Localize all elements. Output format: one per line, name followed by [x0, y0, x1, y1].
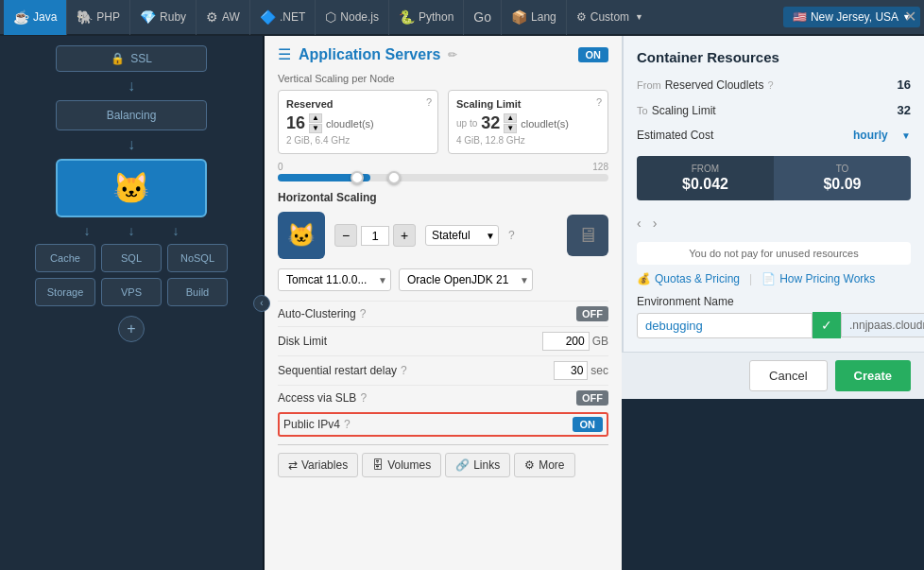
stateful-select-wrap[interactable]: Stateful Stateless ▼: [425, 225, 499, 246]
container-resources-title: Container Resources: [637, 49, 911, 65]
lang-icon: 📦: [511, 9, 527, 25]
res-slider-prev-icon[interactable]: ‹: [637, 216, 642, 231]
variables-icon: ⇄: [288, 458, 298, 472]
custom-icon: ⚙: [576, 10, 587, 24]
tomcat-box[interactable]: 🐱: [56, 159, 207, 217]
scaling-down-btn[interactable]: ▼: [504, 124, 517, 133]
count-input[interactable]: [361, 226, 389, 246]
tab-aw[interactable]: ⚙ AW: [197, 0, 250, 35]
cache-label: Cache: [50, 252, 80, 264]
price-to: TO $0.09: [774, 156, 911, 200]
env-name-input[interactable]: [637, 313, 813, 338]
disk-limit-label: Disk Limit: [278, 335, 327, 348]
build-node[interactable]: Build: [167, 278, 228, 306]
reserved-down-btn[interactable]: ▼: [309, 124, 322, 133]
volumes-button[interactable]: 🗄 Volumes: [362, 453, 441, 477]
disk-limit-input[interactable]: [542, 332, 590, 351]
sql-node[interactable]: SQL: [101, 244, 162, 272]
seq-restart-help-icon[interactable]: ?: [401, 364, 407, 377]
stateful-select[interactable]: Stateful Stateless: [425, 225, 499, 246]
balancing-label: Balancing: [107, 109, 157, 122]
tab-lang[interactable]: 📦 Lang: [502, 0, 567, 35]
seq-unit-label: sec: [590, 364, 608, 377]
arrow-down-2: ↓: [9, 136, 253, 153]
public-ipv4-help-icon[interactable]: ?: [344, 418, 351, 431]
main-toggle[interactable]: ON: [578, 47, 609, 62]
res-slider-next-icon[interactable]: ›: [653, 216, 658, 231]
scaling-label: Vertical Scaling per Node: [278, 73, 608, 84]
storage-node[interactable]: Storage: [35, 278, 95, 306]
storage-label: Storage: [47, 286, 84, 298]
more-button[interactable]: ⚙ More: [514, 453, 574, 477]
tab-go[interactable]: Go: [464, 0, 502, 35]
auto-clustering-label: Auto-Clustering: [278, 307, 356, 320]
nosql-node[interactable]: NoSQL: [167, 244, 228, 272]
close-icon[interactable]: ✕: [904, 8, 916, 26]
tab-java[interactable]: ☕ Java: [4, 0, 67, 35]
expand-arrow[interactable]: ‹: [253, 295, 270, 312]
scaling-limit-unit: cloudlet(s): [521, 118, 569, 130]
tab-nodejs[interactable]: ⬡ Node.js: [316, 0, 389, 35]
scaling-limit-value: 32: [481, 113, 500, 133]
cache-node[interactable]: Cache: [35, 244, 95, 272]
variables-label: Variables: [301, 458, 348, 472]
reserved-help-icon[interactable]: ?: [426, 96, 432, 108]
jdk-select-wrap[interactable]: Oracle OpenJDK 21 ▼: [399, 268, 533, 291]
variables-button[interactable]: ⇄ Variables: [278, 453, 358, 477]
slider-max: 128: [592, 162, 608, 172]
stateful-help-icon[interactable]: ?: [508, 229, 515, 242]
scaling-up-btn[interactable]: ▲: [504, 113, 517, 123]
scaling-limit-help-icon[interactable]: ?: [596, 96, 602, 108]
storage-row: Storage VPS Build: [35, 278, 228, 306]
region-selector[interactable]: 🇺🇸 New Jersey, USA ▼: [783, 7, 920, 27]
how-pricing-label: How Pricing Works: [779, 272, 875, 285]
scaling-limit-res-label: Scaling Limit: [652, 104, 716, 117]
quotas-pricing-link[interactable]: 💰 Quotas & Pricing: [637, 272, 740, 285]
count-increase-btn[interactable]: +: [393, 224, 416, 247]
cancel-button[interactable]: Cancel: [749, 360, 827, 391]
reserved-stepper[interactable]: ▲ ▼: [309, 113, 322, 133]
auto-clustering-help-icon[interactable]: ?: [360, 307, 367, 320]
seq-restart-input[interactable]: [554, 361, 588, 380]
tab-php[interactable]: 🐘 PHP: [67, 0, 130, 35]
disk-unit-label: GB: [592, 335, 608, 348]
vps-node[interactable]: VPS: [101, 278, 162, 306]
tab-python[interactable]: 🐍 Python: [389, 0, 464, 35]
ssl-box: 🔒 SSL: [56, 45, 207, 72]
edit-icon[interactable]: ✏: [448, 48, 457, 61]
access-slb-toggle[interactable]: OFF: [576, 390, 608, 406]
how-pricing-link[interactable]: 📄 How Pricing Works: [761, 272, 875, 285]
slider-thumb-limit[interactable]: [387, 171, 401, 184]
res-cloudlets-help-icon[interactable]: ?: [767, 79, 773, 91]
scaling-limit-stepper[interactable]: ▲ ▼: [504, 113, 517, 133]
slider-thumb-reserved[interactable]: [351, 171, 364, 184]
tomcat-select-wrap[interactable]: Tomcat 11.0.0... ▼: [278, 268, 391, 291]
scaling-limit-box: Scaling Limit ? up to 32 ▲ ▼ cloudlet(s)…: [448, 90, 608, 154]
env-name-check-icon[interactable]: ✓: [813, 312, 841, 338]
scaling-slider[interactable]: 0 128: [278, 162, 608, 181]
tomcat-select[interactable]: Tomcat 11.0.0...: [278, 268, 391, 291]
slider-labels: 0 128: [278, 162, 608, 172]
links-icon: 🔗: [455, 458, 470, 472]
count-decrease-btn[interactable]: −: [334, 224, 357, 247]
ruby-icon: 💎: [140, 9, 156, 25]
upto1-label: up to: [456, 118, 477, 129]
tab-ruby[interactable]: 💎 Ruby: [130, 0, 197, 35]
reserved-up-btn[interactable]: ▲: [309, 113, 322, 123]
auto-clustering-toggle[interactable]: OFF: [576, 306, 608, 321]
public-ipv4-toggle[interactable]: ON: [573, 417, 604, 432]
access-slb-help-icon[interactable]: ?: [360, 391, 367, 405]
resource-slider[interactable]: ‹ ›: [637, 216, 911, 231]
add-node-button[interactable]: +: [118, 316, 145, 342]
reserved-unit: cloudlet(s): [326, 118, 374, 130]
jdk-select[interactable]: Oracle OpenJDK 21: [399, 268, 533, 291]
tab-net[interactable]: 🔷 .NET: [250, 0, 316, 35]
count-control[interactable]: − +: [334, 224, 416, 247]
quota-divider: |: [749, 272, 752, 285]
links-button[interactable]: 🔗 Links: [445, 453, 510, 477]
hourly-select-wrap[interactable]: hourly monthly ▼: [853, 129, 911, 142]
tab-custom[interactable]: ⚙ Custom ▼: [567, 0, 653, 35]
create-button[interactable]: Create: [835, 360, 911, 391]
scaling-limit-sub: 4 GiB, 12.8 GHz: [456, 135, 600, 146]
price-from-label: FROM: [648, 164, 762, 174]
